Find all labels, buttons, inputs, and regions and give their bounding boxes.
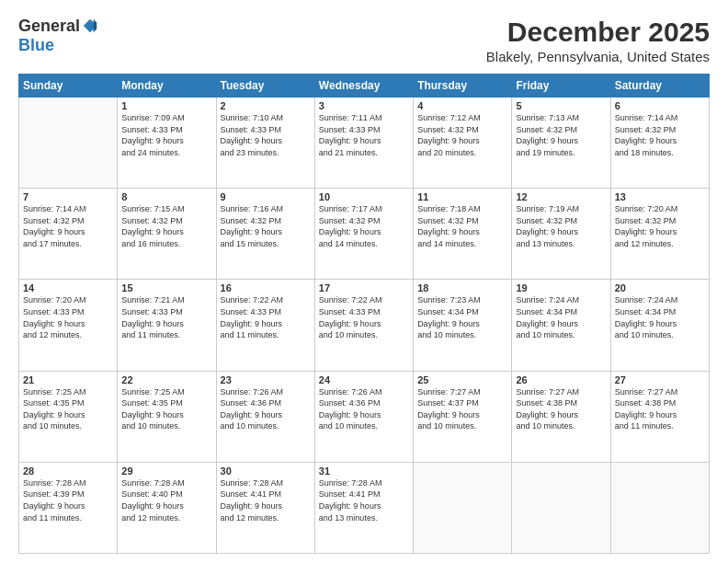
calendar-cell: 18Sunrise: 7:23 AM Sunset: 4:34 PM Dayli… xyxy=(414,280,512,371)
day-number: 29 xyxy=(121,465,211,477)
day-info: Sunrise: 7:14 AM Sunset: 4:32 PM Dayligh… xyxy=(23,203,113,249)
calendar-cell: 29Sunrise: 7:28 AM Sunset: 4:40 PM Dayli… xyxy=(118,462,216,553)
day-number: 21 xyxy=(23,374,113,385)
calendar-cell: 2Sunrise: 7:10 AM Sunset: 4:33 PM Daylig… xyxy=(216,98,314,189)
day-info: Sunrise: 7:18 AM Sunset: 4:32 PM Dayligh… xyxy=(417,203,507,249)
calendar-cell: 17Sunrise: 7:22 AM Sunset: 4:33 PM Dayli… xyxy=(314,280,413,371)
calendar-cell: 6Sunrise: 7:14 AM Sunset: 4:32 PM Daylig… xyxy=(610,98,709,189)
calendar-cell: 1Sunrise: 7:09 AM Sunset: 4:33 PM Daylig… xyxy=(118,98,216,189)
calendar-cell xyxy=(512,462,610,553)
calendar-cell: 12Sunrise: 7:19 AM Sunset: 4:32 PM Dayli… xyxy=(512,189,610,280)
calendar-cell: 26Sunrise: 7:27 AM Sunset: 4:38 PM Dayli… xyxy=(512,371,610,462)
calendar-cell: 5Sunrise: 7:13 AM Sunset: 4:32 PM Daylig… xyxy=(512,98,610,189)
day-info: Sunrise: 7:28 AM Sunset: 4:40 PM Dayligh… xyxy=(121,477,211,523)
day-number: 24 xyxy=(319,374,409,385)
calendar-cell xyxy=(414,462,512,553)
day-info: Sunrise: 7:16 AM Sunset: 4:32 PM Dayligh… xyxy=(221,203,311,249)
day-info: Sunrise: 7:11 AM Sunset: 4:33 PM Dayligh… xyxy=(319,112,409,158)
day-number: 25 xyxy=(417,374,507,385)
page-title: December 2025 xyxy=(486,17,710,47)
calendar-cell: 11Sunrise: 7:18 AM Sunset: 4:32 PM Dayli… xyxy=(414,189,512,280)
day-info: Sunrise: 7:14 AM Sunset: 4:32 PM Dayligh… xyxy=(615,112,705,158)
day-info: Sunrise: 7:26 AM Sunset: 4:36 PM Dayligh… xyxy=(319,386,409,432)
calendar-cell: 8Sunrise: 7:15 AM Sunset: 4:32 PM Daylig… xyxy=(118,189,216,280)
day-number: 19 xyxy=(516,282,606,293)
calendar-cell: 23Sunrise: 7:26 AM Sunset: 4:36 PM Dayli… xyxy=(216,371,314,462)
page-subtitle: Blakely, Pennsylvania, United States xyxy=(486,49,710,64)
calendar-cell: 25Sunrise: 7:27 AM Sunset: 4:37 PM Dayli… xyxy=(414,371,512,462)
calendar-cell: 16Sunrise: 7:22 AM Sunset: 4:33 PM Dayli… xyxy=(216,280,314,371)
day-number: 12 xyxy=(516,191,606,202)
day-number: 28 xyxy=(23,465,113,477)
day-info: Sunrise: 7:22 AM Sunset: 4:33 PM Dayligh… xyxy=(221,294,311,340)
day-info: Sunrise: 7:25 AM Sunset: 4:35 PM Dayligh… xyxy=(23,386,113,432)
day-info: Sunrise: 7:27 AM Sunset: 4:38 PM Dayligh… xyxy=(516,386,606,432)
header-day-wednesday: Wednesday xyxy=(314,75,413,98)
header-day-friday: Friday xyxy=(512,75,610,98)
calendar-week-row: 28Sunrise: 7:28 AM Sunset: 4:39 PM Dayli… xyxy=(19,462,710,553)
day-number: 6 xyxy=(615,100,705,111)
calendar-cell: 31Sunrise: 7:28 AM Sunset: 4:41 PM Dayli… xyxy=(314,462,413,553)
day-info: Sunrise: 7:15 AM Sunset: 4:32 PM Dayligh… xyxy=(121,203,211,249)
calendar-cell: 13Sunrise: 7:20 AM Sunset: 4:32 PM Dayli… xyxy=(610,189,709,280)
calendar-week-row: 21Sunrise: 7:25 AM Sunset: 4:35 PM Dayli… xyxy=(19,371,710,462)
day-info: Sunrise: 7:26 AM Sunset: 4:36 PM Dayligh… xyxy=(221,386,311,432)
svg-marker-1 xyxy=(94,18,97,31)
calendar-cell: 9Sunrise: 7:16 AM Sunset: 4:32 PM Daylig… xyxy=(216,189,314,280)
day-number: 5 xyxy=(516,100,606,111)
header-day-sunday: Sunday xyxy=(19,75,118,98)
calendar-cell: 20Sunrise: 7:24 AM Sunset: 4:34 PM Dayli… xyxy=(610,280,709,371)
day-info: Sunrise: 7:27 AM Sunset: 4:38 PM Dayligh… xyxy=(615,386,705,432)
day-number: 17 xyxy=(319,282,409,293)
header-day-saturday: Saturday xyxy=(610,75,709,98)
day-number: 11 xyxy=(417,191,507,202)
day-number: 9 xyxy=(221,191,311,202)
day-number: 13 xyxy=(615,191,705,202)
day-number: 7 xyxy=(23,191,113,202)
day-info: Sunrise: 7:24 AM Sunset: 4:34 PM Dayligh… xyxy=(516,294,606,340)
day-number: 31 xyxy=(319,465,409,477)
header-day-thursday: Thursday xyxy=(414,75,512,98)
day-info: Sunrise: 7:17 AM Sunset: 4:32 PM Dayligh… xyxy=(319,203,409,249)
calendar-cell: 24Sunrise: 7:26 AM Sunset: 4:36 PM Dayli… xyxy=(314,371,413,462)
day-info: Sunrise: 7:28 AM Sunset: 4:41 PM Dayligh… xyxy=(221,477,311,523)
day-info: Sunrise: 7:21 AM Sunset: 4:33 PM Dayligh… xyxy=(121,294,211,340)
header-day-monday: Monday xyxy=(118,75,216,98)
calendar-week-row: 1Sunrise: 7:09 AM Sunset: 4:33 PM Daylig… xyxy=(19,98,710,189)
day-info: Sunrise: 7:20 AM Sunset: 4:33 PM Dayligh… xyxy=(23,294,113,340)
day-number: 18 xyxy=(417,282,507,293)
calendar-cell: 7Sunrise: 7:14 AM Sunset: 4:32 PM Daylig… xyxy=(19,189,118,280)
calendar-cell: 19Sunrise: 7:24 AM Sunset: 4:34 PM Dayli… xyxy=(512,280,610,371)
day-number: 10 xyxy=(319,191,409,202)
calendar-table: SundayMondayTuesdayWednesdayThursdayFrid… xyxy=(18,74,710,554)
day-number: 16 xyxy=(221,282,311,293)
day-number: 1 xyxy=(121,100,211,111)
day-info: Sunrise: 7:24 AM Sunset: 4:34 PM Dayligh… xyxy=(615,294,705,340)
day-info: Sunrise: 7:20 AM Sunset: 4:32 PM Dayligh… xyxy=(615,203,705,249)
day-info: Sunrise: 7:13 AM Sunset: 4:32 PM Dayligh… xyxy=(516,112,606,158)
calendar-cell: 10Sunrise: 7:17 AM Sunset: 4:32 PM Dayli… xyxy=(314,189,413,280)
day-number: 14 xyxy=(23,282,113,293)
logo-general-text: General xyxy=(18,17,80,36)
day-number: 2 xyxy=(221,100,311,111)
day-number: 8 xyxy=(121,191,211,202)
day-info: Sunrise: 7:28 AM Sunset: 4:41 PM Dayligh… xyxy=(319,477,409,523)
calendar-cell: 28Sunrise: 7:28 AM Sunset: 4:39 PM Dayli… xyxy=(19,462,118,553)
calendar-cell: 3Sunrise: 7:11 AM Sunset: 4:33 PM Daylig… xyxy=(314,98,413,189)
calendar-cell: 27Sunrise: 7:27 AM Sunset: 4:38 PM Dayli… xyxy=(610,371,709,462)
day-info: Sunrise: 7:12 AM Sunset: 4:32 PM Dayligh… xyxy=(417,112,507,158)
day-info: Sunrise: 7:09 AM Sunset: 4:33 PM Dayligh… xyxy=(121,112,211,158)
day-number: 23 xyxy=(221,374,311,385)
calendar-cell xyxy=(19,98,118,189)
calendar-cell: 22Sunrise: 7:25 AM Sunset: 4:35 PM Dayli… xyxy=(118,371,216,462)
calendar-week-row: 7Sunrise: 7:14 AM Sunset: 4:32 PM Daylig… xyxy=(19,189,710,280)
day-number: 30 xyxy=(221,465,311,477)
day-info: Sunrise: 7:22 AM Sunset: 4:33 PM Dayligh… xyxy=(319,294,409,340)
calendar-cell: 4Sunrise: 7:12 AM Sunset: 4:32 PM Daylig… xyxy=(414,98,512,189)
header-row: General Blue December 2025 Blakely, Penn… xyxy=(18,17,710,64)
day-number: 15 xyxy=(121,282,211,293)
day-info: Sunrise: 7:23 AM Sunset: 4:34 PM Dayligh… xyxy=(417,294,507,340)
day-number: 3 xyxy=(319,100,409,111)
logo: General Blue xyxy=(18,17,98,55)
calendar-cell: 21Sunrise: 7:25 AM Sunset: 4:35 PM Dayli… xyxy=(19,371,118,462)
